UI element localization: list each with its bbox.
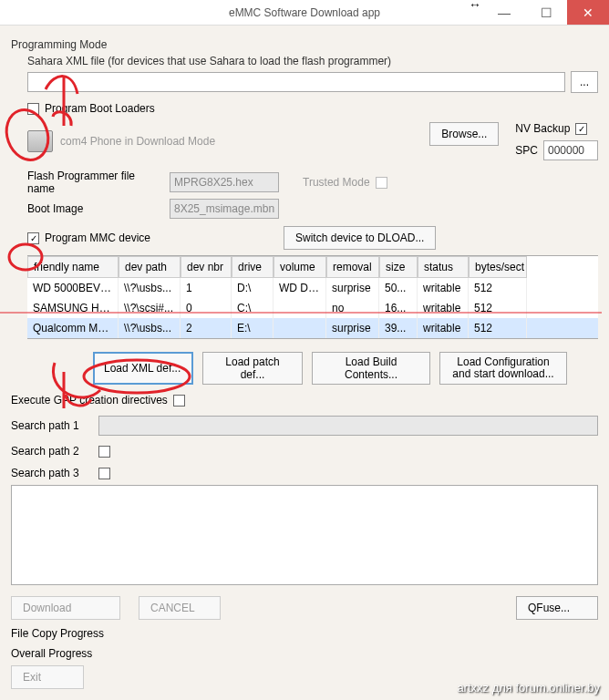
log-area[interactable] [11,485,598,585]
execute-gpp-label: Execute GPP creation directives [11,394,168,407]
overall-progress-label: Overall Progress [11,647,598,660]
spc-input[interactable] [543,140,598,160]
file-copy-progress-label: File Copy Progress [11,627,598,640]
search-path-2-checkbox[interactable] [98,446,110,458]
col-status[interactable]: status [418,256,469,278]
search-path-3-checkbox[interactable] [98,468,110,479]
spc-label: SPC [515,144,538,157]
load-xml-button[interactable]: Load XML def... [93,352,193,385]
table-row[interactable]: WD 5000BEV Ex...\\?\usbs...1D:\WD Disksu… [27,278,598,298]
sahara-xml-input[interactable] [27,72,565,92]
sahara-browse-button[interactable]: ... [571,71,598,93]
flash-programmer-input [170,172,279,192]
download-button: Download [11,596,120,620]
nv-backup-label: NV Backup [515,122,570,135]
load-patch-button[interactable]: Load patch def... [202,352,303,385]
qfuse-button[interactable]: QFuse... [516,596,598,620]
device-status-text: com4 Phone in Download Mode [60,135,215,148]
cancel-button: CANCEL [139,596,221,620]
table-row[interactable]: SAMSUNG HM16...\\?\scsi#...0C:\no16...wr… [27,298,598,318]
load-build-button[interactable]: Load Build Contents... [312,352,430,385]
device-table: friendly name dev path dev nbr drive vol… [27,255,598,339]
trusted-mode-checkbox[interactable] [376,177,387,189]
flash-programmer-label: Flash Programmer file name [27,170,164,195]
sahara-xml-label: Sahara XML file (for devices that use Sa… [27,55,598,67]
execute-gpp-checkbox[interactable] [173,395,185,407]
program-boot-loaders-checkbox[interactable] [27,103,39,115]
col-volume[interactable]: volume [274,256,326,278]
program-mmc-checkbox[interactable] [27,232,39,244]
program-mmc-label: Program MMC device [45,232,150,244]
search-path-1-label: Search path 1 [11,419,93,432]
device-icon [27,130,53,152]
boot-image-input [170,199,279,219]
load-config-button[interactable]: Load Configuration and start download... [439,352,567,385]
search-path-1-input [98,416,598,436]
resize-arrow-icon: ↔ [469,0,481,12]
programming-mode-title: Programming Mode [11,38,598,51]
window-title: eMMC Software Download app [229,6,380,19]
titlebar: ↔ eMMC Software Download app — ☐ ✕ [0,0,609,26]
close-button[interactable]: ✕ [567,0,609,25]
watermark-text: artxxz для forum.onliner.by [457,681,600,695]
exit-button: Exit [11,665,84,689]
program-boot-loaders-label: Program Boot Loaders [45,102,155,115]
boot-image-label: Boot Image [27,202,164,215]
col-friendly[interactable]: friendly name [27,256,119,278]
col-drive[interactable]: drive [232,256,274,278]
search-path-3-label: Search path 3 [11,467,93,479]
switch-device-button[interactable]: Switch device to DLOAD... [284,226,436,250]
nv-backup-checkbox[interactable] [575,123,587,135]
col-bytes[interactable]: bytes/sect [469,256,527,278]
trusted-mode-label: Trusted Mode [303,176,370,189]
minimize-button[interactable]: — [483,0,525,25]
col-removal[interactable]: removal [326,256,379,278]
col-devpath[interactable]: dev path [119,256,181,278]
search-path-2-label: Search path 2 [11,445,93,458]
col-devnbr[interactable]: dev nbr [181,256,232,278]
maximize-button[interactable]: ☐ [525,0,567,25]
col-size[interactable]: size [379,256,418,278]
table-row[interactable]: Qualcomm MMC ...\\?\usbs...2E:\surprise3… [27,318,598,338]
browse-button[interactable]: Browse... [429,122,499,146]
